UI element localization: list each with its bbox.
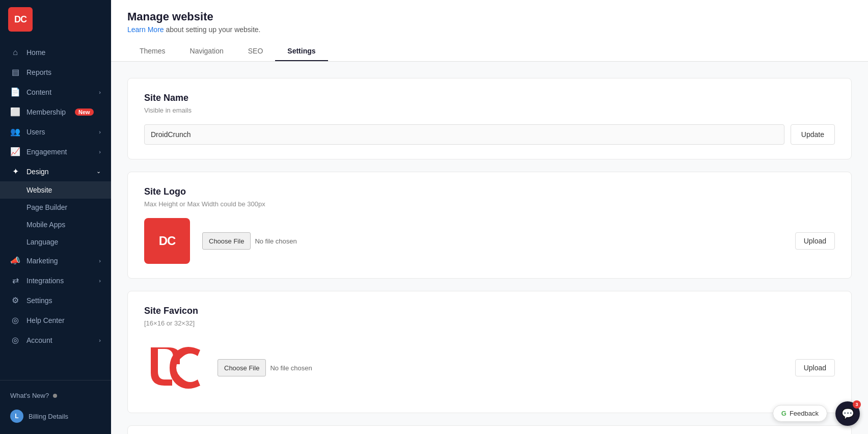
sidebar-item-integrations-label: Integrations xyxy=(26,277,64,285)
sidebar-item-marketing[interactable]: 📣 Marketing › xyxy=(0,251,111,270)
sidebar-item-users[interactable]: 👥 Users › xyxy=(0,122,111,142)
chat-icon: 💬 xyxy=(842,408,854,420)
site-name-input[interactable] xyxy=(144,124,784,145)
logo-no-file-text: No file chosen xyxy=(255,237,791,245)
sidebar-subitem-website-label: Website xyxy=(26,186,52,194)
sidebar-subitem-mobile-apps-label: Mobile Apps xyxy=(26,221,65,229)
sidebar-nav: ⌂ Home ▤ Reports 📄 Content › ⬜ Membershi… xyxy=(0,39,111,380)
site-favicon-preview xyxy=(144,337,205,398)
site-logo-title: Site Logo xyxy=(144,186,835,197)
whats-new-item[interactable]: What's New? xyxy=(0,387,111,404)
logo-upload-group: Choose File No file chosen Upload xyxy=(202,232,835,250)
sidebar-item-membership[interactable]: ⬜ Membership New xyxy=(0,102,111,122)
membership-badge: New xyxy=(75,108,94,116)
site-logo-row: DC Choose File No file chosen Upload xyxy=(144,218,835,264)
sidebar-subitem-language-label: Language xyxy=(26,238,58,246)
sidebar-logo-area: DC xyxy=(0,0,111,39)
tab-themes[interactable]: Themes xyxy=(127,42,178,61)
membership-icon: ⬜ xyxy=(10,107,20,117)
sidebar-item-home-label: Home xyxy=(26,48,45,57)
help-icon: ◎ xyxy=(10,315,20,325)
sidebar-subitem-mobile-apps[interactable]: Mobile Apps xyxy=(0,216,111,233)
content-icon: 📄 xyxy=(10,87,20,97)
site-name-update-button[interactable]: Update xyxy=(791,124,835,145)
sidebar-item-engagement-label: Engagement xyxy=(26,148,67,156)
tab-seo[interactable]: SEO xyxy=(236,42,276,61)
main-area: Manage website Learn More about setting … xyxy=(111,0,868,434)
feedback-icon: G xyxy=(781,410,786,417)
sidebar-item-reports-label: Reports xyxy=(26,68,51,76)
favicon-upload-button[interactable]: Upload xyxy=(795,359,835,376)
sidebar-item-design[interactable]: ✦ Design ⌄ xyxy=(0,161,111,181)
whats-new-dot-icon xyxy=(53,394,57,398)
logo-choose-file-button[interactable]: Choose File xyxy=(202,232,251,250)
logo-upload-button[interactable]: Upload xyxy=(795,232,835,250)
sidebar-item-account[interactable]: ◎ Account › xyxy=(0,330,111,350)
sidebar: DC ⌂ Home ▤ Reports 📄 Content › ⬜ Member… xyxy=(0,0,111,434)
sidebar-item-home[interactable]: ⌂ Home xyxy=(0,43,111,62)
whats-new-label: What's New? xyxy=(10,392,49,399)
sidebar-subitem-page-builder-label: Page Builder xyxy=(26,203,67,211)
sidebar-item-help[interactable]: ◎ Help Center xyxy=(0,310,111,330)
account-icon: ◎ xyxy=(10,335,20,345)
chat-button[interactable]: 💬 3 xyxy=(835,401,860,426)
sidebar-item-membership-label: Membership xyxy=(26,108,66,116)
account-chevron-icon: › xyxy=(99,337,101,343)
sidebar-item-content[interactable]: 📄 Content › xyxy=(0,82,111,102)
settings-icon: ⚙ xyxy=(10,295,20,305)
reports-icon: ▤ xyxy=(10,67,20,77)
billing-label: Billing Details xyxy=(29,413,68,420)
design-chevron-icon: ⌄ xyxy=(96,168,101,175)
site-name-description: Visible in emails xyxy=(144,106,835,114)
sidebar-item-content-label: Content xyxy=(26,88,51,96)
billing-details-item[interactable]: L Billing Details xyxy=(0,404,111,428)
sidebar-item-users-label: Users xyxy=(26,128,45,136)
page-subtitle: Learn More about setting up your website… xyxy=(127,25,852,34)
favicon-upload-group: Choose File No file chosen Upload xyxy=(218,359,835,376)
design-icon: ✦ xyxy=(10,167,20,176)
site-name-title: Site Name xyxy=(144,93,835,103)
tab-navigation[interactable]: Navigation xyxy=(178,42,236,61)
logo-preview-text: DC xyxy=(159,234,176,248)
site-favicon-title: Site Favicon xyxy=(144,306,835,316)
favicon-svg xyxy=(147,340,203,396)
site-logo-preview: DC xyxy=(144,218,190,264)
sidebar-item-reports[interactable]: ▤ Reports xyxy=(0,62,111,82)
page-title: Manage website xyxy=(127,10,852,23)
chat-badge: 3 xyxy=(853,400,861,409)
custom-scripts-section: Add Custom Scripts and CSS xyxy=(127,425,852,434)
site-favicon-section: Site Favicon [16×16 or 32×32] Choose Fil… xyxy=(127,291,852,413)
integrations-icon: ⇄ xyxy=(10,276,20,285)
favicon-choose-file-button[interactable]: Choose File xyxy=(218,359,266,376)
sidebar-subitem-language[interactable]: Language xyxy=(0,233,111,251)
marketing-chevron-icon: › xyxy=(99,258,101,264)
learn-more-link[interactable]: Learn More xyxy=(127,25,164,34)
sidebar-item-settings[interactable]: ⚙ Settings xyxy=(0,290,111,310)
page-header: Manage website Learn More about setting … xyxy=(111,0,868,62)
site-logo-section: Site Logo Max Height or Max Width could … xyxy=(127,172,852,279)
sidebar-item-integrations[interactable]: ⇄ Integrations › xyxy=(0,270,111,290)
content-area: Site Name Visible in emails Update Site … xyxy=(111,62,868,434)
sidebar-item-settings-label: Settings xyxy=(26,296,52,305)
site-name-form: Update xyxy=(144,124,835,145)
site-name-section: Site Name Visible in emails Update xyxy=(127,78,852,159)
sidebar-subitem-website[interactable]: Website xyxy=(0,181,111,199)
sidebar-subitem-page-builder[interactable]: Page Builder xyxy=(0,199,111,216)
sidebar-bottom: What's New? L Billing Details xyxy=(0,380,111,434)
users-icon: 👥 xyxy=(10,127,20,137)
sidebar-item-engagement[interactable]: 📈 Engagement › xyxy=(0,142,111,161)
engagement-chevron-icon: › xyxy=(99,149,101,155)
tab-settings[interactable]: Settings xyxy=(275,42,328,61)
tabs-bar: Themes Navigation SEO Settings xyxy=(127,42,852,61)
site-favicon-description: [16×16 or 32×32] xyxy=(144,319,835,327)
sidebar-item-marketing-label: Marketing xyxy=(26,257,58,265)
sidebar-item-account-label: Account xyxy=(26,336,52,344)
feedback-button[interactable]: G Feedback xyxy=(773,405,827,422)
content-chevron-icon: › xyxy=(99,89,101,95)
site-favicon-row: Choose File No file chosen Upload xyxy=(144,337,835,398)
marketing-icon: 📣 xyxy=(10,256,20,265)
favicon-no-file-text: No file chosen xyxy=(270,364,791,372)
sidebar-item-help-label: Help Center xyxy=(26,316,65,324)
site-logo-description: Max Height or Max Width could be 300px xyxy=(144,200,835,208)
billing-avatar: L xyxy=(10,410,23,423)
